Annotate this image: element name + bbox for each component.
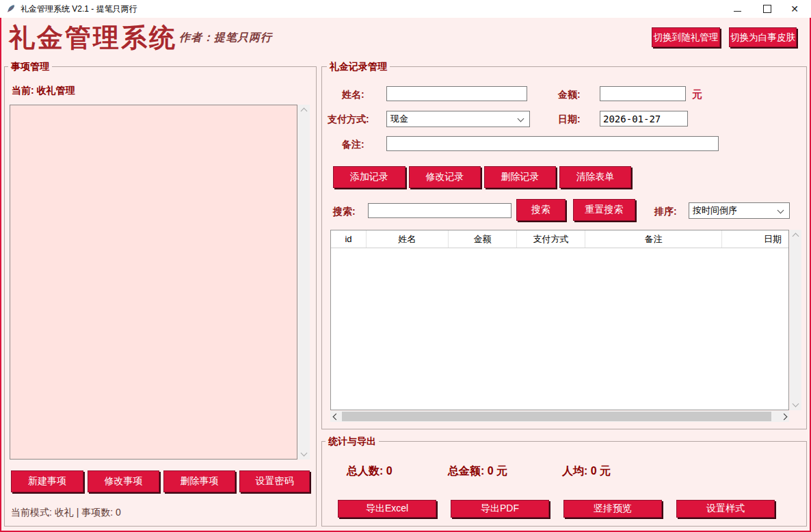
minimize-button[interactable] (723, 0, 751, 18)
delete-event-button[interactable]: 删除事项 (163, 470, 235, 492)
new-event-button[interactable]: 新建事项 (11, 470, 83, 492)
set-password-button[interactable]: 设置密码 (239, 470, 310, 492)
records-table[interactable]: id 姓名 金额 支付方式 备注 日期 (330, 230, 789, 410)
note-label: 备注: (342, 139, 364, 151)
scroll-left-icon[interactable] (330, 411, 341, 422)
events-listbox[interactable] (10, 105, 297, 460)
name-label: 姓名: (342, 89, 364, 101)
scroll-down-icon[interactable] (298, 447, 310, 459)
scrollbar-thumb[interactable] (342, 412, 771, 421)
window-title: 礼金管理系统 V2.1 - 提笔只两行 (21, 3, 137, 15)
current-event-label: 当前: 收礼管理 (12, 85, 75, 97)
minimize-icon (734, 11, 741, 12)
edit-event-button[interactable]: 修改事项 (88, 470, 159, 492)
events-scrollbar[interactable] (298, 105, 310, 460)
app-window: 礼金管理系统 V2.1 - 提笔只两行 ✕ 礼金管理系统 作者：提笔只两行 切换… (0, 0, 811, 532)
sort-label: 排序: (654, 206, 677, 218)
sort-value: 按时间倒序 (693, 204, 737, 217)
switch-mode-button[interactable]: 切换到随礼管理 (652, 27, 720, 47)
vertical-preview-button[interactable]: 竖排预览 (563, 500, 662, 518)
column-header-note: 备注 (585, 230, 722, 248)
edit-record-button[interactable]: 修改记录 (409, 166, 481, 188)
payment-combobox[interactable]: 现金 (386, 111, 530, 127)
search-button[interactable]: 搜索 (516, 199, 566, 221)
search-label: 搜索: (333, 206, 356, 218)
scroll-down-icon[interactable] (790, 398, 801, 410)
amount-label: 金额: (558, 89, 581, 101)
page-title: 礼金管理系统 (9, 21, 177, 55)
date-label: 日期: (558, 114, 581, 126)
reset-search-button[interactable]: 重置搜索 (573, 199, 635, 221)
search-input[interactable] (368, 203, 511, 218)
records-panel-title: 礼金记录管理 (327, 61, 390, 73)
scroll-up-icon[interactable] (298, 105, 310, 117)
total-people-stat: 总人数: 0 (347, 464, 393, 479)
delete-record-button[interactable]: 删除记录 (484, 166, 556, 188)
date-input[interactable] (600, 111, 688, 127)
column-header-payment: 支付方式 (517, 230, 585, 248)
close-button[interactable]: ✕ (781, 0, 808, 18)
table-header-row: id 姓名 金额 支付方式 备注 日期 (331, 230, 788, 248)
export-pdf-button[interactable]: 导出PDF (451, 500, 549, 518)
switch-skin-button[interactable]: 切换为白事皮肤 (729, 27, 797, 47)
name-input[interactable] (386, 86, 527, 101)
add-record-button[interactable]: 添加记录 (333, 166, 406, 188)
payment-value: 现金 (390, 113, 408, 125)
column-header-id: id (331, 230, 367, 248)
clear-form-button[interactable]: 清除表单 (559, 166, 631, 188)
amount-input[interactable] (600, 86, 686, 101)
chevron-down-icon (518, 116, 524, 122)
set-style-button[interactable]: 设置样式 (676, 500, 775, 518)
mode-status: 当前模式: 收礼 | 事项数: 0 (11, 507, 121, 519)
table-horizontal-scrollbar[interactable] (330, 411, 789, 422)
column-header-date: 日期 (722, 230, 788, 248)
events-panel-title: 事项管理 (8, 61, 52, 73)
column-header-name: 姓名 (367, 230, 449, 248)
scroll-up-icon[interactable] (790, 230, 801, 242)
maximize-button[interactable] (754, 0, 781, 18)
sort-combobox[interactable]: 按时间倒序 (689, 202, 790, 219)
average-stat: 人均: 0 元 (562, 464, 611, 479)
close-icon: ✕ (790, 3, 799, 14)
total-amount-stat: 总金额: 0 元 (448, 464, 507, 479)
payment-label: 支付方式: (328, 114, 369, 126)
feather-icon (6, 4, 16, 14)
table-vertical-scrollbar[interactable] (790, 230, 801, 410)
note-input[interactable] (386, 136, 719, 151)
titlebar: 礼金管理系统 V2.1 - 提笔只两行 ✕ (0, 0, 811, 18)
chevron-down-icon (777, 207, 784, 214)
author-text: 作者：提笔只两行 (179, 31, 272, 45)
stats-panel-title: 统计与导出 (325, 436, 379, 448)
scroll-right-icon[interactable] (778, 411, 789, 422)
maximize-icon (763, 5, 771, 13)
amount-unit-label: 元 (692, 88, 702, 101)
column-header-amount: 金额 (449, 230, 517, 248)
export-excel-button[interactable]: 导出Excel (338, 500, 436, 518)
